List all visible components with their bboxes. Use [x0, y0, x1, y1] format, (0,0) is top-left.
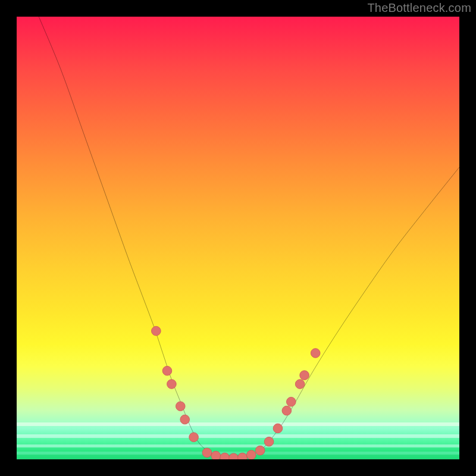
curve-marker	[167, 380, 177, 389]
curve-marker	[300, 371, 309, 380]
curve-marker	[295, 380, 305, 389]
curve-marker	[311, 349, 320, 358]
curve-marker	[286, 397, 296, 406]
curve-marker	[152, 326, 161, 336]
curve-marker	[255, 446, 265, 455]
curve-marker	[282, 406, 292, 415]
curve-marker	[220, 453, 230, 459]
curve-marker	[264, 437, 274, 446]
curve-marker	[176, 402, 185, 411]
curve-marker	[229, 453, 239, 459]
plot-area	[17, 17, 459, 459]
chart-frame: TheBottleneck.com	[0, 0, 476, 476]
curve-marker	[162, 366, 172, 375]
curve-marker	[238, 453, 248, 459]
curve-marker	[189, 433, 199, 442]
curve-marker	[273, 424, 283, 433]
curve-marker	[247, 450, 256, 459]
curve-marker	[202, 448, 212, 458]
bottleneck-curve	[39, 17, 459, 459]
bottleneck-curve-svg	[17, 17, 459, 459]
curve-marker	[180, 415, 190, 424]
watermark-text: TheBottleneck.com	[367, 1, 471, 15]
curve-marker	[211, 451, 221, 459]
